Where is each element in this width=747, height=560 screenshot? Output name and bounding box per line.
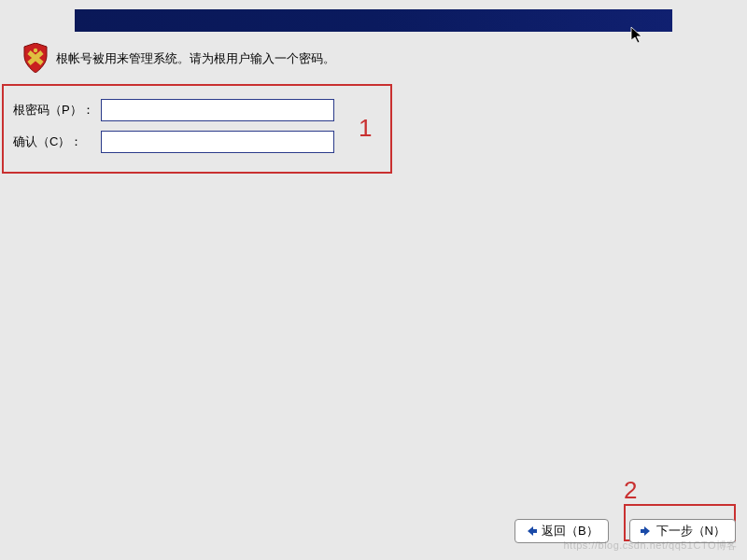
password-row: 根密码（P）： <box>13 99 334 121</box>
back-button-label: 返回（B） <box>542 523 599 539</box>
svg-point-0 <box>34 49 37 52</box>
root-password-input[interactable] <box>101 99 334 121</box>
annotation-number-2: 2 <box>624 476 637 505</box>
header-banner <box>75 9 672 32</box>
password-label: 根密码（P）： <box>13 102 101 119</box>
shield-icon <box>22 43 49 73</box>
arrow-left-icon <box>525 525 538 538</box>
confirm-password-input[interactable] <box>101 131 334 153</box>
arrow-right-icon <box>640 525 653 538</box>
watermark-text: https://blog.csdn.net/qq51CTO博客 <box>564 539 739 553</box>
confirm-label: 确认（C）： <box>13 133 101 150</box>
annotation-box-1 <box>2 84 392 174</box>
next-button-label: 下一步（N） <box>656 523 726 539</box>
instruction-text: 根帐号被用来管理系统。请为根用户输入一个密码。 <box>56 50 335 67</box>
confirm-row: 确认（C）： <box>13 131 334 153</box>
annotation-number-1: 1 <box>359 114 372 143</box>
